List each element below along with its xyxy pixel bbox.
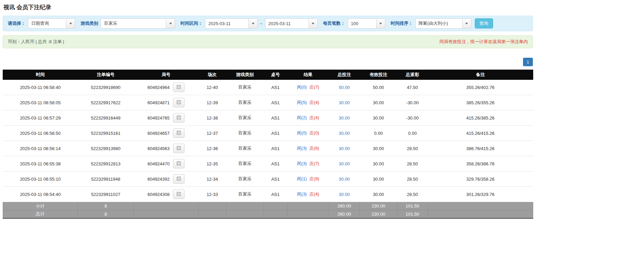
cell-payout: 28.50 xyxy=(397,171,428,187)
cell-session: 12-35 xyxy=(198,156,226,171)
table-header-row: 时间 注单编号 局号 场次 游戏类别 桌号 结果 总投注 有效投注 总派彩 备注 xyxy=(3,70,533,80)
round-cell-inner: 604924765 ⚄ xyxy=(147,113,185,123)
grand-total-empty-remark xyxy=(428,210,533,218)
cell-payout: -30.00 xyxy=(397,95,428,110)
cell-game-type: 百家乐 xyxy=(226,187,264,202)
table-row: 2025-03-11 06:56:50 522329915161 6049246… xyxy=(3,126,533,141)
result-player: 闲(0) xyxy=(297,130,307,135)
cell-valid-bet: 30.00 xyxy=(360,156,397,171)
total-bet-link[interactable]: 50.00 xyxy=(339,85,350,90)
cell-total-bet: 50.00 xyxy=(329,80,360,95)
game-type-input[interactable] xyxy=(101,18,166,29)
round-id: 604924563 xyxy=(147,146,170,151)
table-body: 2025-03-11 06:58:40 522329918690 6049249… xyxy=(3,80,533,202)
round-cell-inner: 604924308 ⚄ xyxy=(147,189,185,199)
table-row: 2025-03-11 06:58:05 522329917622 6049248… xyxy=(3,95,533,110)
per-page-dropdown-button[interactable] xyxy=(376,18,385,29)
summary-bar: 币别：人民币 | 总共 :8 注单 | 同局有效投注，统一计算在该局第一张注单内 xyxy=(3,35,533,48)
total-bet-link[interactable]: 30.00 xyxy=(339,192,350,197)
cell-time: 2025-03-11 06:54:40 xyxy=(3,187,78,202)
subtotal-empty-result xyxy=(288,202,329,210)
grand-total-valid-bet: 230.00 xyxy=(360,210,397,218)
cell-bet-id: 522329911027 xyxy=(78,187,134,202)
total-bet-link[interactable]: 30.00 xyxy=(339,161,350,166)
cell-valid-bet: 30.00 xyxy=(360,171,397,187)
per-page-input[interactable] xyxy=(348,18,376,29)
cell-total-bet: 30.00 xyxy=(329,156,360,171)
dice-icon: ⚄ xyxy=(176,146,181,151)
chevron-down-icon xyxy=(312,23,314,24)
total-bet-link[interactable]: 30.00 xyxy=(339,100,350,105)
col-header-bet-id: 注单编号 xyxy=(78,70,134,80)
result-player: 闲(2) xyxy=(297,115,307,120)
round-replay-button[interactable]: ⚄ xyxy=(173,98,185,107)
cell-valid-bet: 30.00 xyxy=(360,141,397,156)
round-replay-button[interactable]: ⚄ xyxy=(173,159,185,168)
cell-round: 604924470 ⚄ xyxy=(134,156,198,171)
time-sort-dropdown-button[interactable] xyxy=(462,18,471,29)
chevron-down-icon xyxy=(69,23,72,24)
date-to-dropdown-button[interactable] xyxy=(309,18,318,29)
subtotal-empty-table xyxy=(264,202,288,210)
cell-session: 12-39 xyxy=(198,95,226,110)
cell-game-type: 百家乐 xyxy=(226,156,264,171)
cell-table-no: AS1 xyxy=(264,141,288,156)
round-replay-button[interactable]: ⚄ xyxy=(173,174,185,184)
date-to-input[interactable] xyxy=(265,18,309,29)
query-type-input[interactable] xyxy=(28,18,66,29)
cell-remark: 355.26/402.76 xyxy=(428,80,533,95)
game-type-combo xyxy=(101,18,175,29)
total-bet-link[interactable]: 30.00 xyxy=(339,177,350,182)
round-cell-inner: 604924871 ⚄ xyxy=(147,98,185,107)
subtotal-payout: 101.50 xyxy=(397,202,428,210)
cell-game-type: 百家乐 xyxy=(226,110,264,126)
query-button[interactable]: 查询 xyxy=(475,18,493,29)
grand-total-count: 8 xyxy=(78,210,134,218)
round-replay-button[interactable]: ⚄ xyxy=(173,189,185,199)
round-id: 604924964 xyxy=(147,85,170,90)
time-sort-input[interactable] xyxy=(415,18,462,29)
time-range-label: 时间区间： xyxy=(180,20,203,26)
grand-total-payout: 101.50 xyxy=(397,210,428,218)
col-header-table-no: 桌号 xyxy=(264,70,288,80)
total-bet-link[interactable]: 30.00 xyxy=(339,115,350,121)
cell-bet-id: 522329912813 xyxy=(78,156,134,171)
total-bet-link[interactable]: 30.00 xyxy=(339,146,350,151)
records-table: 时间 注单编号 局号 场次 游戏类别 桌号 结果 总投注 有效投注 总派彩 备注… xyxy=(3,70,533,219)
grand-total-empty-session xyxy=(198,210,226,218)
col-header-round: 局号 xyxy=(134,70,198,80)
round-replay-button[interactable]: ⚄ xyxy=(173,144,185,153)
page: 视讯 会员下注纪录 请选择： 游戏类别 时间区间： ~ 每页笔数： 时间排序： xyxy=(0,0,536,219)
cell-result: 闲(0) 庄(7) xyxy=(288,80,329,95)
cell-table-no: AS1 xyxy=(264,187,288,202)
cell-session: 12-33 xyxy=(198,187,226,202)
col-header-remark: 备注 xyxy=(428,70,533,80)
result-player: 闲(0) xyxy=(297,85,307,90)
date-from-dropdown-button[interactable] xyxy=(248,18,258,29)
round-replay-button[interactable]: ⚄ xyxy=(173,113,185,123)
cell-time: 2025-03-11 06:57:29 xyxy=(3,110,78,126)
cell-session: 12-40 xyxy=(198,80,226,95)
round-replay-button[interactable]: ⚄ xyxy=(173,128,185,138)
round-replay-button[interactable]: ⚄ xyxy=(173,83,185,92)
cell-game-type: 百家乐 xyxy=(226,141,264,156)
game-type-dropdown-button[interactable] xyxy=(166,18,175,29)
cell-session: 12-38 xyxy=(198,110,226,126)
round-cell-inner: 604924392 ⚄ xyxy=(147,174,185,184)
total-bet-link[interactable]: 30.00 xyxy=(339,131,350,136)
subtotal-empty-game xyxy=(226,202,264,210)
dice-icon: ⚄ xyxy=(176,176,181,182)
round-id: 604924470 xyxy=(147,161,170,166)
cell-total-bet: 30.00 xyxy=(329,95,360,110)
summary-totals-text: 币别：人民币 | 总共 :8 注单 | xyxy=(8,39,64,45)
cell-bet-id: 522329918690 xyxy=(78,80,134,95)
cell-round: 604924765 ⚄ xyxy=(134,110,198,126)
cell-game-type: 百家乐 xyxy=(226,126,264,141)
pagination-page-1[interactable]: 1 xyxy=(523,58,533,66)
round-cell-inner: 604924470 ⚄ xyxy=(147,159,185,168)
cell-remark: 415.26/385.26 xyxy=(428,110,533,126)
date-from-input[interactable] xyxy=(205,18,248,29)
query-type-dropdown-button[interactable] xyxy=(66,18,75,29)
cell-time: 2025-03-11 06:55:38 xyxy=(3,156,78,171)
subtotal-valid-bet: 230.00 xyxy=(360,202,397,210)
